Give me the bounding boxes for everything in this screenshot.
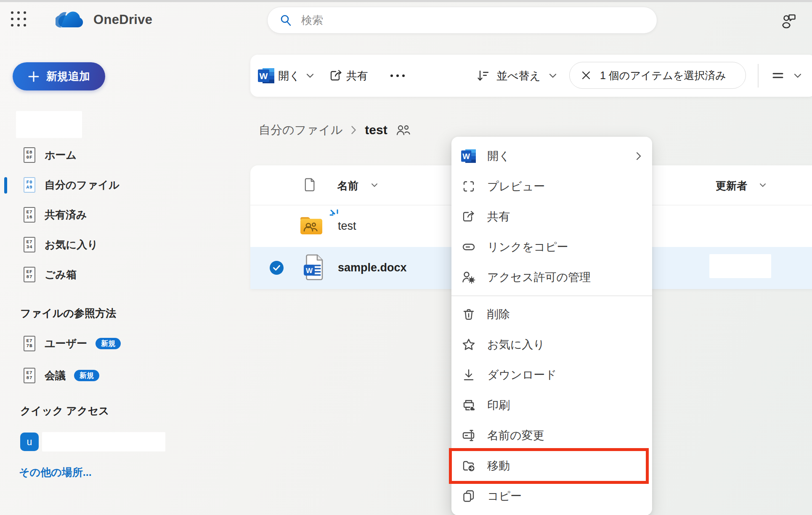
- rename-icon: [461, 429, 477, 442]
- menu-item-copy[interactable]: コピー: [451, 481, 652, 511]
- preview-icon: [461, 180, 477, 193]
- download-icon: [461, 369, 477, 381]
- share-icon: [329, 69, 343, 82]
- command-toolbar: W 開く 共有 並べ替え 1 個のアイテムを選択済み: [250, 55, 812, 97]
- chevron-down-icon[interactable]: [549, 74, 557, 78]
- copy-icon: [461, 490, 477, 502]
- home-icon: E80F: [24, 147, 35, 163]
- breadcrumb: 自分のファイル test: [259, 120, 411, 140]
- sort-icon: [477, 70, 489, 82]
- move-icon: [461, 459, 477, 472]
- word-file-icon: W: [303, 254, 324, 281]
- menu-item-share[interactable]: 共有: [451, 202, 652, 232]
- meetings-icon: E787: [24, 368, 35, 383]
- add-new-button[interactable]: 新規追加: [13, 62, 105, 90]
- sidebar-item-my-files[interactable]: F0A9 自分のファイル: [0, 175, 236, 194]
- svg-text:W: W: [260, 71, 268, 81]
- sidebar-item-favorites[interactable]: E734 お気に入り: [0, 235, 236, 254]
- menu-item-download[interactable]: ダウンロード: [451, 360, 652, 390]
- delete-icon: [461, 308, 477, 321]
- plus-icon: [28, 71, 40, 82]
- recycle-bin-icon: EF87: [24, 267, 35, 282]
- print-icon: [461, 399, 477, 411]
- file-name: sample.docx: [338, 261, 407, 274]
- column-modified-by[interactable]: 更新者: [716, 179, 747, 193]
- new-sparkle-icon: [329, 209, 340, 219]
- site-avatar[interactable]: u: [20, 433, 39, 451]
- context-menu: W 開く プレビュー 共有 リンクをコピー: [451, 137, 652, 515]
- share-icon: [461, 210, 477, 223]
- onedrive-brand[interactable]: OneDrive: [56, 10, 152, 29]
- word-app-icon: W: [258, 68, 275, 84]
- new-badge: 新規: [96, 338, 121, 349]
- favorites-icon: E734: [24, 237, 35, 252]
- shared-people-icon: [396, 124, 411, 136]
- toolbar-divider: [758, 64, 759, 88]
- permissions-icon: [461, 271, 477, 284]
- menu-item-move[interactable]: 移動: [451, 451, 652, 481]
- document-icon: [304, 177, 316, 192]
- menu-divider: [451, 295, 652, 296]
- search-bar[interactable]: [267, 7, 657, 34]
- browse-section-title: ファイルの参照方法: [20, 306, 116, 320]
- sidebar-item-people[interactable]: E77B ユーザー 新規: [0, 334, 236, 353]
- menu-item-delete[interactable]: 削除: [451, 299, 652, 329]
- svg-text:W: W: [462, 152, 470, 161]
- my-files-icon: F0A9: [24, 177, 35, 193]
- breadcrumb-parent[interactable]: 自分のファイル: [259, 122, 342, 138]
- breadcrumb-separator-icon: [351, 125, 356, 135]
- onedrive-cloud-icon: [56, 10, 87, 29]
- clear-icon[interactable]: [581, 71, 591, 80]
- new-badge: 新規: [74, 370, 99, 381]
- more-places-link[interactable]: その他の場所...: [19, 465, 92, 479]
- menu-item-print[interactable]: 印刷: [451, 390, 652, 420]
- menu-item-rename[interactable]: 名前の変更: [451, 420, 652, 451]
- open-button[interactable]: 開く: [278, 69, 300, 83]
- shared-folder-icon: [299, 215, 324, 236]
- people-nav-icon: E77B: [24, 336, 35, 351]
- chevron-down-icon[interactable]: [306, 74, 314, 78]
- shared-icon: E716: [24, 207, 35, 223]
- more-icon[interactable]: [390, 74, 405, 77]
- selected-check-icon[interactable]: [270, 261, 284, 275]
- menu-item-open[interactable]: W 開く: [451, 141, 652, 171]
- sort-button[interactable]: 並べ替え: [496, 69, 541, 83]
- redacted-modified-by: [709, 254, 771, 278]
- favorite-icon: [461, 338, 477, 351]
- menu-item-preview[interactable]: プレビュー: [451, 171, 652, 202]
- sidebar-item-meetings[interactable]: E787 会議 新規: [0, 366, 236, 385]
- link-icon: [461, 241, 477, 253]
- feedback-icon[interactable]: [778, 11, 798, 30]
- share-button[interactable]: 共有: [346, 69, 368, 83]
- chevron-down-icon[interactable]: [794, 74, 801, 78]
- redacted-site-name: [42, 432, 165, 451]
- app-launcher-icon[interactable]: [11, 11, 28, 27]
- submenu-arrow-icon: [636, 152, 641, 160]
- view-options-icon[interactable]: [772, 71, 784, 80]
- selection-count-pill[interactable]: 1 個のアイテムを選択済み: [569, 62, 746, 89]
- sidebar-item-recycle-bin[interactable]: EF87 ごみ箱: [0, 265, 236, 284]
- word-app-icon: W: [461, 149, 477, 163]
- menu-item-favorite[interactable]: お気に入り: [451, 329, 652, 360]
- breadcrumb-current[interactable]: test: [365, 123, 387, 137]
- search-icon: [279, 14, 292, 27]
- svg-text:W: W: [306, 267, 313, 275]
- menu-item-manage-access[interactable]: アクセス許可の管理: [451, 262, 652, 292]
- chevron-down-icon[interactable]: [759, 183, 766, 187]
- column-name[interactable]: 名前: [337, 179, 358, 193]
- highlight-annotation: [449, 448, 649, 484]
- chevron-down-icon[interactable]: [371, 183, 378, 187]
- quick-access-title: クイック アクセス: [20, 404, 109, 418]
- redacted-block: [16, 111, 82, 138]
- window-top-border: [0, 0, 812, 2]
- menu-item-copy-link[interactable]: リンクをコピー: [451, 232, 652, 262]
- sidebar-item-home[interactable]: E80F ホーム: [0, 146, 236, 164]
- add-new-label: 新規追加: [46, 69, 90, 84]
- file-name: test: [338, 220, 356, 233]
- app-title: OneDrive: [93, 12, 152, 27]
- sidebar-item-shared[interactable]: E716 共有済み: [0, 205, 236, 224]
- search-input[interactable]: [300, 13, 657, 27]
